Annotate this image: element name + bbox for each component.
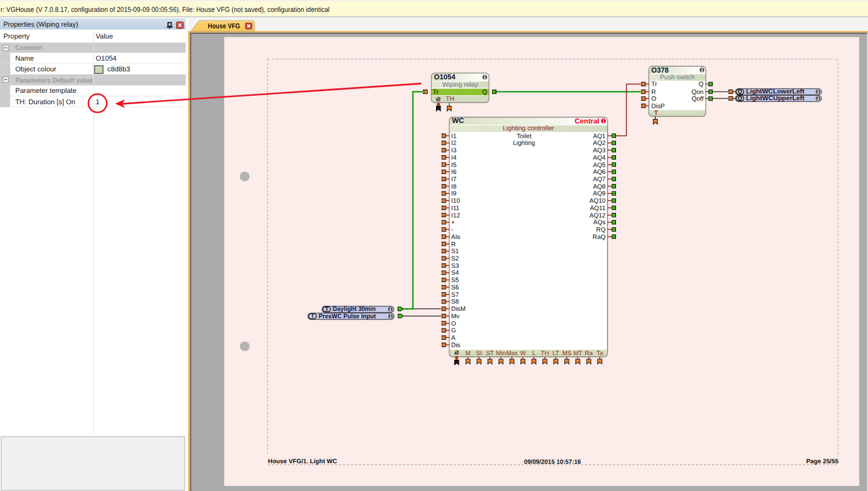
svg-text:I: I xyxy=(312,313,314,319)
svg-text:AQs: AQs xyxy=(593,219,606,226)
svg-text:RQ: RQ xyxy=(596,227,606,233)
svg-text:I3: I3 xyxy=(451,147,456,154)
svg-text:I6: I6 xyxy=(451,169,456,176)
svg-text:AQ9: AQ9 xyxy=(593,190,605,197)
svg-text:DisM: DisM xyxy=(451,306,465,313)
svg-text:AQ3: AQ3 xyxy=(593,147,605,154)
svg-text:I4: I4 xyxy=(451,155,456,161)
svg-text:AQ2: AQ2 xyxy=(593,140,605,147)
svg-text:R: R xyxy=(651,89,656,96)
svg-text:O378: O378 xyxy=(651,66,669,74)
svg-text:Parameters Default value: Parameters Default value xyxy=(15,76,93,84)
svg-text:O: O xyxy=(651,96,656,103)
svg-text:Tr: Tr xyxy=(433,89,439,96)
svg-text:Tr: Tr xyxy=(651,81,657,88)
svg-text:-: - xyxy=(451,227,454,233)
svg-text:S1: S1 xyxy=(451,248,459,255)
svg-text:I5: I5 xyxy=(451,162,456,169)
svg-text:O1054: O1054 xyxy=(434,73,456,81)
svg-text:I1: I1 xyxy=(451,133,456,140)
svg-text:Name: Name xyxy=(15,54,34,62)
svg-text:AQ10: AQ10 xyxy=(589,198,606,204)
svg-text:AQ11: AQ11 xyxy=(590,205,606,212)
svg-text:Max: Max xyxy=(506,350,518,357)
svg-text:Q: Q xyxy=(738,96,742,102)
svg-text:S6: S6 xyxy=(451,284,459,291)
svg-text:AQ7: AQ7 xyxy=(593,176,605,183)
svg-text:Lighting: Lighting xyxy=(513,140,535,147)
svg-text:S8: S8 xyxy=(451,298,459,305)
svg-text:Q: Q xyxy=(738,89,742,95)
svg-text:W: W xyxy=(520,350,526,357)
svg-text:LightWCLowerLeft: LightWCLowerLeft xyxy=(746,88,805,95)
svg-text:S4: S4 xyxy=(451,270,459,276)
svg-text:Common: Common xyxy=(15,44,42,52)
svg-text:Qoff: Qoff xyxy=(691,96,704,103)
svg-text:Value: Value xyxy=(96,32,113,40)
svg-text:LightWCUpperLeft: LightWCUpperLeft xyxy=(746,95,805,102)
svg-text:O1054: O1054 xyxy=(96,54,117,62)
svg-text:TH: TH xyxy=(541,350,549,357)
svg-text:A: A xyxy=(451,335,456,341)
svg-text:Qon: Qon xyxy=(691,89,703,96)
svg-text:AQ8: AQ8 xyxy=(593,183,605,190)
svg-text:AQ12: AQ12 xyxy=(589,212,606,219)
svg-text:AQ1: AQ1 xyxy=(593,133,605,140)
svg-text:I11: I11 xyxy=(451,205,460,212)
svg-text:S2: S2 xyxy=(451,255,459,262)
svg-text:O: O xyxy=(451,321,456,327)
svg-text:TH: TH xyxy=(446,96,454,103)
svg-text:I8: I8 xyxy=(451,183,456,190)
svg-text:AQ6: AQ6 xyxy=(593,169,605,176)
svg-text:G: G xyxy=(451,327,456,334)
svg-text:S5: S5 xyxy=(451,277,459,284)
svg-text:Property: Property xyxy=(3,32,30,40)
svg-text:09/09/2015 10:57:16: 09/09/2015 10:57:16 xyxy=(524,459,581,466)
svg-text:TH: Duration [s] On: TH: Duration [s] On xyxy=(15,98,75,106)
svg-text:L: L xyxy=(532,350,536,357)
svg-text:S3: S3 xyxy=(451,263,459,270)
svg-text:I2: I2 xyxy=(451,140,456,147)
svg-text:WC: WC xyxy=(452,117,464,125)
svg-text:Lighting controller: Lighting controller xyxy=(503,125,554,132)
svg-text:T: T xyxy=(654,110,658,117)
svg-text:Min: Min xyxy=(496,350,506,357)
svg-text:MS: MS xyxy=(562,350,571,357)
svg-text:Object colour: Object colour xyxy=(15,65,56,73)
svg-text:Page 25/55: Page 25/55 xyxy=(806,458,839,465)
svg-text:I10: I10 xyxy=(451,198,460,204)
svg-text:Q: Q xyxy=(699,81,704,88)
svg-text:Dis: Dis xyxy=(451,342,461,349)
svg-text:M: M xyxy=(465,350,471,357)
svg-text:ST: ST xyxy=(486,350,494,357)
svg-text:Q: Q xyxy=(482,89,488,96)
svg-text:1: 1 xyxy=(96,98,100,106)
svg-text:I12: I12 xyxy=(451,212,460,219)
svg-text:+: + xyxy=(451,219,455,226)
svg-text:DisP: DisP xyxy=(651,103,665,110)
svg-text:Central: Central xyxy=(575,117,599,125)
svg-text:Ta: Ta xyxy=(597,350,603,357)
svg-text:PresWC Pulse Input: PresWC Pulse Input xyxy=(319,313,376,320)
svg-text:T: T xyxy=(325,306,328,313)
svg-text:AQ5: AQ5 xyxy=(593,162,605,169)
svg-text:I9: I9 xyxy=(451,190,456,197)
svg-text:House VFG: House VFG xyxy=(208,22,240,30)
svg-text:AQ4: AQ4 xyxy=(593,155,605,161)
svg-text:r: VGHouse (V 7.0.8.17, config: r: VGHouse (V 7.0.8.17, configuration of… xyxy=(1,6,330,14)
svg-text:Toilet: Toilet xyxy=(516,133,532,140)
svg-text:LT: LT xyxy=(553,350,559,357)
svg-text:Daylight 30min: Daylight 30min xyxy=(333,306,376,313)
svg-text:c8d8b3: c8d8b3 xyxy=(108,65,131,73)
svg-text:MT: MT xyxy=(574,350,583,357)
svg-text:S7: S7 xyxy=(451,292,459,298)
svg-text:Push switch: Push switch xyxy=(660,74,695,81)
svg-text:R: R xyxy=(451,241,456,248)
svg-text:I7: I7 xyxy=(451,176,456,183)
svg-text:RaQ: RaQ xyxy=(593,234,606,241)
svg-text:Mv: Mv xyxy=(451,313,460,320)
svg-text:House VFG/1. Light WC: House VFG/1. Light WC xyxy=(268,458,337,465)
svg-text:Properties (Wiping relay): Properties (Wiping relay) xyxy=(3,20,78,28)
svg-text:Ra: Ra xyxy=(585,350,593,357)
svg-text:Wiping relay: Wiping relay xyxy=(442,82,478,88)
